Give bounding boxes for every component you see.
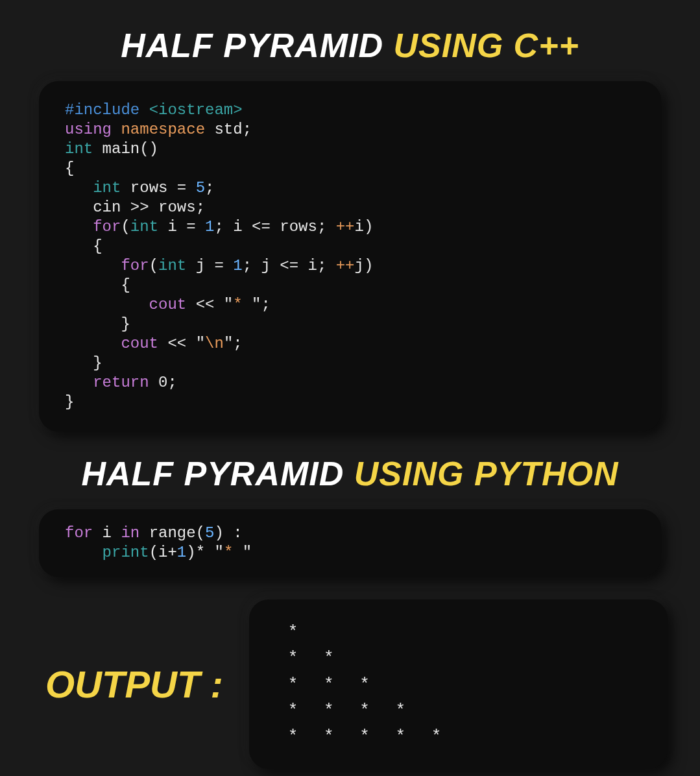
- cpp-code-block: #include <iostream> using namespace std;…: [39, 81, 661, 431]
- title-part2: USING C++: [393, 27, 579, 64]
- output-text: * * * * * * * * * * * * * * *: [288, 619, 629, 749]
- output-block: * * * * * * * * * * * * * * *: [249, 600, 668, 769]
- title2-part1: HALF PYRAMID: [81, 455, 354, 492]
- python-code-block: for i in range(5) : print(i+1)* "* ": [39, 509, 661, 577]
- title-cpp: HALF PYRAMID USING C++: [32, 26, 668, 65]
- output-label: OUTPUT :: [45, 662, 223, 706]
- title-part1: HALF PYRAMID: [121, 27, 393, 64]
- title-python: HALF PYRAMID USING PYTHON: [32, 454, 668, 493]
- title2-part2: USING PYTHON: [354, 455, 619, 492]
- cpp-code: #include <iostream> using namespace std;…: [65, 101, 635, 412]
- python-code: for i in range(5) : print(i+1)* "* ": [65, 524, 635, 563]
- output-section: OUTPUT : * * * * * * * * * * * * * * *: [32, 600, 668, 769]
